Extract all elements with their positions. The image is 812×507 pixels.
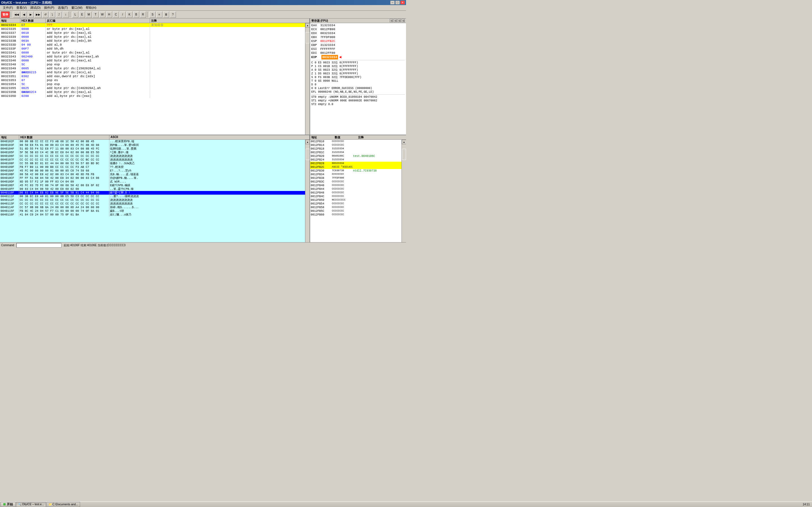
scroll-up-arrow[interactable]: ▲ [305,23,310,27]
tb-back[interactable]: ◀ [21,11,27,18]
memory-row[interactable]: 004010DF 8D 95 57 F2 1F 00 FF 83 C4 04 0… [0,180,305,184]
stack-row[interactable]: 0012FB28 00323334 [310,162,402,165]
disasm-row[interactable]: 0032334F 2001 and byte ptr ds:[ecx],al [0,70,305,74]
command-input[interactable] [16,243,61,247]
stack-row[interactable]: 0012FB5C CCCCCCCC [310,209,402,213]
close-button[interactable]: ✕ [400,1,405,4]
menu-options[interactable]: 选项(T) [56,5,70,10]
memory-body[interactable]: 0040102F 00 00 8B CC CC CC F3 AB 68 1C 5… [0,140,305,242]
disasm-row[interactable]: 00323354 5C pop esp [0,82,305,86]
menu-plugins[interactable]: 插件(P) [42,5,56,10]
stack-row[interactable]: 0012FB30 7C930738 ntdll.7C930738 [310,169,402,173]
memory-row[interactable]: 0040116F 41 84 C0 24 04 57 00 00 75 0F 0… [0,213,305,217]
memory-row[interactable]: 004010CF FF FF 51 68 84 50 42 00 E8 34 0… [0,176,305,180]
reg-value[interactable]: 31323334 [320,43,335,47]
minimize-button[interactable]: ─ [390,1,395,4]
scroll-thumb[interactable] [306,32,310,43]
disasm-row[interactable]: 0032333B 003A add byte ptr ds:[edx],bh [0,39,305,43]
reg-value[interactable]: 00323334 [320,31,335,35]
disasm-row[interactable]: 00323349 0005 0A020215 add byte ptr ds:[… [0,66,305,70]
stack-row[interactable]: 0012FB60 CCCCCCCC [310,213,402,217]
stack-row[interactable]: 0012FB4C CCCCCCCC [310,194,402,198]
tb-forward[interactable]: ▶▶ [35,11,42,18]
tb-grid[interactable]: ≣ [163,11,169,18]
stack-row[interactable]: 0012FB40 CCCCCCCC [310,184,402,187]
mem-scroll-thumb[interactable] [306,149,310,160]
disasm-row[interactable]: 00323353 07 pop es [0,78,305,82]
reg-nav-left2[interactable]: ◁ [394,19,397,22]
eip-value[interactable]: 00323334 [321,55,338,59]
reg-nav-left4[interactable]: ◁ [402,19,405,22]
memory-row[interactable]: 004010FF 00 83 C4 04 08 50 42 00 E8 60 0… [0,187,305,191]
stack-row[interactable]: 0012FB44 CCCCCCCC [310,187,402,191]
memory-scrollbar[interactable]: ▲ [305,140,310,242]
stack-row[interactable]: 0012FB54 CCCCCCCC [310,202,402,206]
disasm-row[interactable]: 00323355 0025 0A0202C4 add byte ptr ds:[… [0,86,305,90]
stack-row[interactable]: 0012FB20 0040106C test.0040106C [310,154,402,158]
tb-e[interactable]: E [79,11,85,18]
reg-value[interactable]: 0012FF80 [320,51,335,55]
reg-value[interactable]: 0012FB90 [320,27,335,31]
stack-row[interactable]: 0012FB50 NCCCCCCCC [310,198,402,202]
disasm-scrollbar[interactable]: ▲ ▼ [305,23,310,135]
disasm-row[interactable]: 00323351 0302 add eax,dword ptr ds:[edx] [0,74,305,78]
disasm-row[interactable]: 00323343 002400 add byte ptr ds:[eax+eax… [0,55,305,59]
disasm-row[interactable]: 00323337 0010 add byte ptr ds:[eax],dl [0,31,305,35]
memory-row[interactable]: 0040102F 00 00 8B CC CC CC F3 AB 68 1C 5… [0,140,305,144]
tb-step-into[interactable]: ⤵ [49,11,55,18]
menu-view[interactable]: 查看(V) [15,5,29,10]
memory-row[interactable]: 0040115F FB 8C 4C 24 04 57 F7 C1 03 00 0… [0,209,305,213]
stack-row[interactable]: 0012FB34 FFFFFFFF [310,173,402,176]
disasm-row[interactable]: 0032333D 04 00 add al,0 [0,43,305,47]
tb-h[interactable]: H [106,11,112,18]
stack-row[interactable]: 0012FB38 7FFDF000 [310,176,402,180]
disasm-row[interactable]: 00323348 5C pop esp [0,62,305,66]
memory-row[interactable]: 0040107F CC CC CC CC CC CC CC CC CC CC C… [0,158,305,162]
stack-row[interactable]: 0012FB58 CCCCCCCC [310,206,402,209]
memory-row[interactable]: 0040106F CC CC CC CC CC CC CC CC CC CC C… [0,154,305,158]
tb-trace[interactable]: ↕ [63,11,69,18]
reg-value[interactable]: 31323334 [320,23,335,27]
disasm-row[interactable]: 00323341 0800 or byte ptr ds:[eax],al [0,51,305,55]
tb-t[interactable]: T [93,11,99,18]
maximize-button[interactable]: □ [395,1,400,4]
pause-button[interactable]: 暂停 [1,11,10,18]
menu-help[interactable]: 帮助(H) [84,5,98,10]
reg-nav-left1[interactable]: ◁ [390,19,393,22]
memory-row[interactable]: 0040105F 5F 5E 5B 83 C4 4C 3B EC E8 64 0… [0,151,305,154]
memory-row[interactable]: 0040108F CC 55 8B EC 81 EC 44 04 00 00 5… [0,162,305,165]
disasm-body[interactable]: 00323334 C7 ??? 未知命令 00323335 0800 or by… [0,23,305,135]
memory-row[interactable]: 0040103F 08 50 E8 FA 01 00 00 83 C4 08 8… [0,144,305,147]
reg-value[interactable]: FFFFFFFF [320,47,335,51]
stack-body[interactable]: 0012FB10 CCCCCCCC 0012FB14 CCCCCCCC 0012… [310,140,402,242]
menu-debug[interactable]: 调试(D) [29,5,42,10]
tb-l[interactable]: L [72,11,79,18]
tb-rewind[interactable]: ◀◀ [13,11,20,18]
reg-value[interactable]: 7FFDF000 [320,35,335,39]
tb-slash[interactable]: / [119,11,126,18]
memory-row[interactable]: 0040109F FB F7 B9 11 00 00 B8 CC CC CC C… [0,165,305,169]
memory-row[interactable]: 0040113F CC CC CC CC CC CC CC CC CC CC C… [0,202,305,206]
stack-row[interactable]: 0012FB24 31323334 [310,158,402,162]
disasm-row[interactable]: 00323335 0800 or byte ptr ds:[eax],al [0,27,305,31]
tb-help[interactable]: ? [170,11,176,18]
reg-value[interactable]: 0012FB2C [320,39,335,43]
stack-row[interactable]: 0012FB10 CCCCCCCC [310,140,402,144]
memory-row[interactable]: 0040111F 00 3B EC E8 A9 01 00 00 8B E5 5… [0,194,305,198]
memory-row[interactable]: 0040114F CC 57 8B 08 6B 8A 24 00 00 00 8… [0,206,305,209]
menu-window[interactable]: 窗口(W) [70,5,84,10]
memory-row[interactable]: 0040112F CC CC CC CC CC CC CC CC CC CC C… [0,198,305,202]
reg-nav-left3[interactable]: ◁ [398,19,401,22]
memory-row[interactable]: 004010AF 45 FC 00 00 00 00 01 00 00 85 C… [0,169,305,173]
disasm-row[interactable]: 0032335D 0200 add al,byte ptr ds:[eax] [0,94,305,98]
stack-scroll-up[interactable]: ▲ [402,140,406,144]
tb-step-over[interactable]: ⤴ [56,11,62,18]
stack-row[interactable]: 0012FB1C 31323334 [310,151,402,154]
menu-file[interactable]: 文件(F) [1,5,15,10]
stack-scroll-thumb[interactable] [402,149,406,160]
tb-c[interactable]: C [113,11,119,18]
tb-w[interactable]: W [99,11,105,18]
tb-k[interactable]: K [126,11,133,18]
stack-row[interactable]: 0012FB48 CCCCCCCC [310,191,402,194]
memory-row[interactable]: 0040110F 00 83 C4 04 EB 02 EB 9E 5F 5E 5… [0,191,305,194]
